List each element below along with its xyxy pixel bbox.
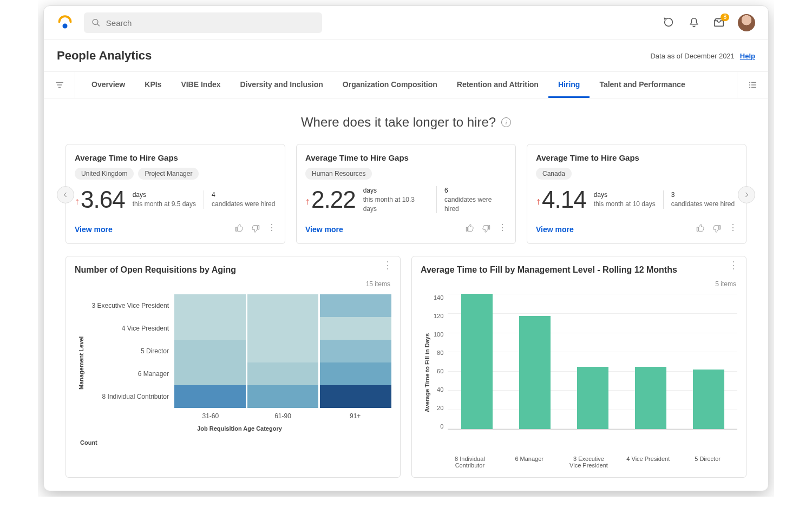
bar-ytick: 20 [434,405,443,411]
secondary-value: 6 [444,186,507,195]
bar-ytick: 140 [434,294,443,301]
heatmap-row: 8 Individual Contributor [88,385,391,408]
heatmap-cell[interactable] [247,362,319,385]
tab-hiring[interactable]: Hiring [548,72,590,98]
heatmap-cell[interactable] [320,340,391,362]
thumbs-up-icon[interactable] [696,224,705,235]
heatmap-col-label: 91+ [319,412,391,420]
carousel-next-button[interactable] [738,186,755,203]
metric-context: this month at 10.3 days [363,195,429,214]
card-title: Average Time to Hire Gaps [305,153,507,162]
avatar[interactable] [738,14,755,31]
page-header: People Analytics Data as of December 202… [44,40,768,72]
bar-ytick: 120 [434,313,443,319]
svg-point-10 [749,87,750,88]
tab-vibe-index[interactable]: VIBE Index [171,72,230,98]
search-input[interactable] [84,12,322,33]
filter-chip[interactable]: United Kingdom [75,168,134,180]
heatmap-row: 5 Director [88,340,391,362]
bar[interactable] [577,367,608,430]
heatmap-cell[interactable] [247,317,319,340]
bar-ytick: 40 [434,386,443,393]
bar[interactable] [519,316,551,430]
tab-overview[interactable]: Overview [82,72,135,98]
heatmap-cell[interactable] [247,340,319,362]
view-more-link[interactable]: View more [536,225,574,234]
heatmap-x-axis-label: Job Requisition Age Category [88,425,391,432]
secondary-value: 3 [671,190,735,200]
bar-xlabel: 5 Director [686,456,729,469]
carousel-prev-button[interactable] [57,186,74,203]
filter-chip[interactable]: Project Manager [138,168,199,180]
heatmap-cell[interactable] [320,317,391,340]
bar-ytick: 80 [434,349,443,356]
list-view-icon[interactable] [737,72,768,98]
heatmap-cell[interactable] [174,362,246,385]
card-title: Average Time to Hire Gaps [75,153,276,162]
card-menu-icon[interactable]: ⋮ [729,224,737,235]
heatmap-row: 6 Manager [88,362,391,385]
thumbs-up-icon[interactable] [235,224,244,235]
tab-talent-and-performance[interactable]: Talent and Performance [590,72,695,98]
card-menu-icon[interactable]: ⋮ [383,264,392,266]
tab-kpis[interactable]: KPIs [135,72,171,98]
bar-xlabel: 6 Manager [508,456,551,469]
heatmap-row-label: 5 Director [88,347,174,355]
filter-icon[interactable] [44,72,75,98]
thumbs-down-icon[interactable] [712,224,721,235]
metric-value: 3.64 [81,186,125,213]
info-icon[interactable]: i [501,117,511,127]
topbar: 8 [44,6,768,40]
secondary-value: 4 [212,190,275,200]
heatmap-row: 4 Vice President [88,317,391,340]
bar[interactable] [461,294,493,430]
heatmap-cell[interactable] [174,340,246,362]
card-menu-icon[interactable]: ⋮ [267,224,276,235]
thumbs-down-icon[interactable] [251,224,260,235]
bell-icon[interactable] [688,17,700,29]
heatmap-row: 3 Executive Vice President [88,294,391,317]
tabbar: OverviewKPIsVIBE IndexDiversity and Incl… [44,72,768,98]
chat-icon[interactable] [663,17,675,29]
gap-card: Average Time to Hire Gaps Canada ↑ 4.14 … [527,144,746,244]
inbox-badge: 8 [721,14,729,21]
heatmap-cell[interactable] [174,317,246,340]
filter-chip[interactable]: Canada [536,168,572,180]
view-more-link[interactable]: View more [75,225,113,234]
tab-diversity-and-inclusion[interactable]: Diversity and Inclusion [231,72,333,98]
thumbs-down-icon[interactable] [482,224,490,235]
metric-unit: days [363,186,429,195]
heatmap-cell[interactable] [174,294,246,317]
card-menu-icon[interactable]: ⋮ [498,224,507,235]
metric-context: this month at 10 days [594,200,656,209]
tab-retention-and-attrition[interactable]: Retention and Attrition [447,72,548,98]
trend-up-icon: ↑ [536,196,541,207]
workday-logo[interactable] [57,15,73,31]
metric-unit: days [594,190,656,200]
search-icon [91,18,101,28]
view-more-link[interactable]: View more [305,225,343,234]
heatmap-cell[interactable] [320,385,391,408]
heatmap-title: Number of Open Requisitions by Aging [75,265,391,275]
bar[interactable] [693,370,724,429]
bar[interactable] [635,367,666,430]
heatmap-cell[interactable] [174,385,246,408]
inbox-icon[interactable]: 8 [713,17,725,29]
heatmap-cell[interactable] [320,294,391,317]
thumbs-up-icon[interactable] [466,224,474,235]
tab-organization-composition[interactable]: Organization Composition [333,72,447,98]
card-menu-icon[interactable]: ⋮ [729,264,738,266]
heatmap-cell[interactable] [320,362,391,385]
section-heading: Where does it take longer to hire? i [66,115,746,130]
heatmap-cell[interactable] [247,385,319,408]
heatmap-cell[interactable] [247,294,319,317]
metric-unit: days [133,190,196,200]
search-field[interactable] [106,18,315,28]
filter-chip[interactable]: Human Resources [305,168,372,180]
metric-value: 2.22 [311,186,356,213]
bar-ytick: 60 [434,368,443,374]
metric-context: this month at 9.5 days [133,200,196,209]
barchart-title: Average Time to Fill by Management Level… [421,265,737,275]
help-link[interactable]: Help [740,52,755,60]
bar-ytick: 0 [434,423,443,430]
